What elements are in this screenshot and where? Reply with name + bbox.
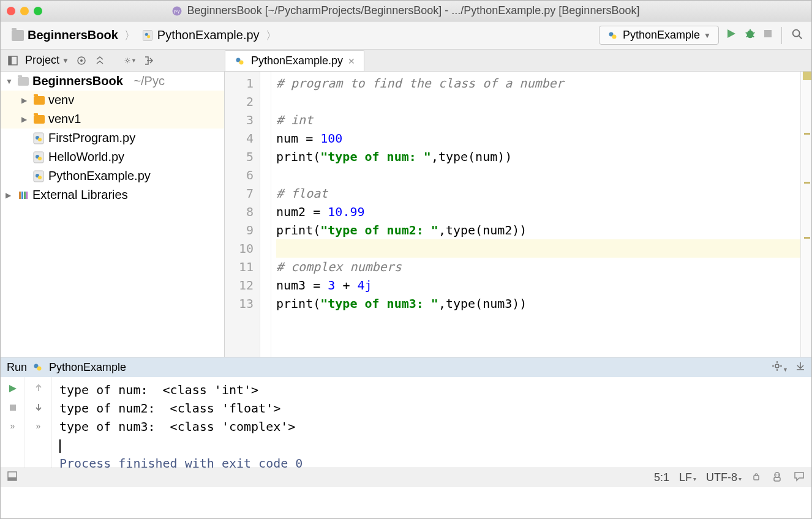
scroll-from-source-button[interactable]	[75, 54, 88, 67]
readonly-toggle-icon[interactable]	[751, 471, 761, 484]
code-content[interactable]: # program to find the class of a number …	[271, 72, 800, 357]
svg-point-20	[80, 59, 83, 62]
scroll-up-button[interactable]	[34, 383, 43, 395]
editor-stripe[interactable]	[800, 72, 811, 357]
more-actions-button[interactable]: »	[36, 421, 41, 431]
run-config-name: PythonExample	[49, 361, 126, 374]
run-settings-button[interactable]: ▼	[772, 360, 788, 375]
svg-point-4	[147, 35, 150, 38]
project-view-selector[interactable]: Project▼	[25, 54, 69, 67]
close-window-button[interactable]	[7, 7, 15, 15]
stop-process-button[interactable]	[9, 403, 17, 414]
python-file-icon	[32, 170, 45, 182]
breadcrumb: BeginnersBook 〉 PythonExample.py 〉	[8, 28, 277, 43]
console-output[interactable]: type of num: <class 'int'> type of num2:…	[52, 377, 811, 468]
stop-button[interactable]	[763, 29, 773, 42]
editor-tab-pythonexample[interactable]: PythonExample.py ✕	[225, 50, 364, 71]
svg-rect-58	[774, 477, 780, 481]
scroll-down-button[interactable]	[34, 402, 43, 414]
run-tool-window: Run PythonExample ▼ » » type of num: <cl…	[1, 357, 811, 468]
tool-window-buttons-toggle[interactable]	[7, 471, 18, 485]
status-bar: 5:1 LF▾ UTF-8▾	[1, 468, 811, 487]
breadcrumb-root[interactable]: BeginnersBook	[8, 28, 122, 42]
minimize-window-button[interactable]	[20, 7, 29, 15]
expand-arrow-icon[interactable]: ▶	[6, 191, 14, 200]
separator	[781, 27, 782, 44]
svg-point-15	[793, 30, 800, 37]
tree-file-pythonexample[interactable]: PythonExample.py	[1, 166, 224, 185]
console-exit-line: Process finished with exit code 0	[59, 456, 303, 468]
svg-marker-7	[727, 29, 735, 38]
run-button[interactable]	[725, 28, 737, 43]
chevron-right-icon: 〉	[266, 28, 277, 43]
folder-icon	[12, 30, 24, 41]
svg-line-29	[129, 58, 129, 59]
python-file-icon	[607, 29, 619, 42]
svg-text:PY: PY	[174, 9, 180, 14]
svg-rect-53	[10, 405, 16, 411]
tree-file-helloworld[interactable]: HelloWorld.py	[1, 147, 224, 166]
zoom-window-button[interactable]	[34, 7, 42, 15]
svg-point-38	[38, 176, 42, 179]
console-caret	[59, 439, 61, 453]
close-tab-button[interactable]: ✕	[348, 56, 355, 66]
breadcrumb-file[interactable]: PythonExample.py	[138, 28, 263, 42]
svg-rect-56	[754, 476, 759, 480]
project-panel-icon[interactable]	[7, 54, 19, 67]
svg-rect-40	[21, 192, 23, 199]
tree-folder-venv[interactable]: ▶ venv	[1, 91, 224, 110]
rerun-button[interactable]	[7, 383, 18, 396]
python-file-icon	[234, 55, 246, 67]
expand-arrow-icon[interactable]: ▶	[21, 96, 30, 105]
code-editor[interactable]: 12345678910111213 # program to find the …	[225, 72, 811, 357]
folder-icon	[34, 96, 45, 105]
svg-line-13	[753, 36, 754, 37]
debug-button[interactable]	[743, 27, 757, 43]
python-file-icon	[32, 132, 45, 144]
run-tool-label: Run	[7, 361, 27, 374]
svg-rect-18	[9, 56, 12, 65]
caret-position[interactable]: 5:1	[654, 471, 669, 484]
run-config-selector[interactable]: PythonExample ▼	[599, 26, 719, 45]
tree-folder-venv1[interactable]: ▶ venv1	[1, 110, 224, 129]
folder-icon	[18, 77, 29, 86]
svg-point-21	[126, 59, 128, 61]
run-toolbar-primary: »	[1, 377, 25, 468]
fold-column[interactable]	[260, 72, 271, 357]
line-ending-selector[interactable]: LF▾	[679, 471, 696, 484]
window-controls	[7, 7, 42, 15]
console-line: type of num: <class 'int'>	[59, 383, 258, 397]
search-everywhere-button[interactable]	[791, 28, 804, 43]
more-actions-button[interactable]: »	[10, 421, 15, 431]
project-tree[interactable]: ▼ BeginnersBook ~/Pyc ▶ venv ▶ venv1 Fir…	[1, 72, 225, 357]
svg-line-12	[746, 36, 748, 37]
svg-point-8	[747, 31, 754, 39]
nav-bar: BeginnersBook 〉 PythonExample.py 〉 Pytho…	[1, 21, 811, 50]
console-line: type of num3: <class 'complex'>	[59, 419, 295, 434]
hide-panel-button[interactable]	[143, 54, 155, 67]
editor-tabs: PythonExample.py ✕	[225, 50, 811, 72]
hide-run-panel-button[interactable]	[795, 361, 805, 374]
folder-icon	[34, 115, 45, 124]
svg-line-26	[126, 58, 126, 59]
settings-gear-button[interactable]: ▼	[124, 54, 137, 67]
editor-gutter[interactable]: 12345678910111213	[225, 72, 260, 357]
python-file-icon	[32, 361, 44, 373]
python-file-icon	[32, 151, 45, 163]
run-tool-header[interactable]: Run PythonExample ▼	[1, 357, 811, 377]
library-icon	[18, 190, 29, 201]
expand-arrow-icon[interactable]: ▶	[21, 115, 30, 124]
svg-line-27	[129, 62, 129, 62]
encoding-selector[interactable]: UTF-8▾	[706, 471, 742, 484]
inspector-icon[interactable]	[771, 470, 783, 485]
tree-external-libraries[interactable]: ▶ External Libraries	[1, 185, 224, 204]
expand-arrow-icon[interactable]: ▼	[6, 77, 14, 86]
svg-point-35	[38, 157, 42, 160]
run-toolbar-secondary: »	[25, 377, 52, 468]
collapse-all-button[interactable]	[94, 54, 106, 67]
main-split: ▼ BeginnersBook ~/Pyc ▶ venv ▶ venv1 Fir…	[1, 72, 811, 357]
tree-root[interactable]: ▼ BeginnersBook ~/Pyc	[1, 72, 224, 91]
tree-file-firstprogram[interactable]: FirstProgram.py	[1, 129, 224, 147]
feedback-icon[interactable]	[793, 470, 805, 485]
svg-line-28	[126, 62, 126, 62]
